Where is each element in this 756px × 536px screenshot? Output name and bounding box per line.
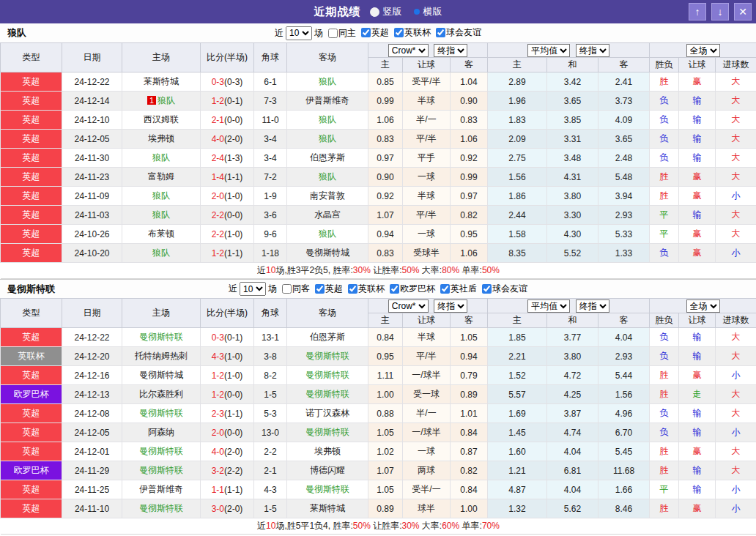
average-select[interactable]: 平均值 xyxy=(527,299,570,313)
avg-draw: 3.80 xyxy=(547,187,598,206)
final-index-select-2[interactable]: 终指 xyxy=(576,44,609,57)
match-count-select[interactable]: 10 xyxy=(240,282,266,296)
home-team: 阿森纳 xyxy=(122,423,201,442)
move-up-button[interactable]: ↑ xyxy=(689,3,706,21)
match-date: 24-11-09 xyxy=(62,187,122,206)
league-filter-checkbox[interactable] xyxy=(394,28,404,37)
corner-score: 2-2 xyxy=(254,442,287,461)
match-score: 2-2(1-0) xyxy=(201,225,254,244)
league-filter-checkbox[interactable] xyxy=(440,284,450,294)
final-index-select[interactable]: 终指 xyxy=(434,44,467,57)
summary-segment: 单率: xyxy=(459,265,482,275)
final-index-select[interactable]: 终指 xyxy=(434,299,467,313)
move-down-button[interactable]: ↓ xyxy=(711,3,729,21)
league-filter-checkbox[interactable] xyxy=(361,28,371,37)
league-filter-英社盾[interactable]: 英社盾 xyxy=(435,283,477,295)
result-goals: 小 xyxy=(716,480,756,499)
avg-away: 5.48 xyxy=(598,168,650,187)
handicap-odds-group: Crow* 终指 xyxy=(368,43,488,58)
avg-away: 1.33 xyxy=(598,244,650,263)
home-team: 曼彻斯特城 xyxy=(122,366,201,385)
final-index-select-2[interactable]: 终指 xyxy=(576,299,609,313)
away-team-name: 狼队 xyxy=(319,114,336,124)
average-select[interactable]: 平均值 xyxy=(527,44,570,57)
result-handicap: 赢 xyxy=(679,366,716,385)
avg-home: 1.83 xyxy=(488,111,547,130)
home-team-name: 狼队 xyxy=(152,152,170,163)
match-row: 欧罗巴杯24-11-29曼彻斯特联3-2(2-2)2-1博德闪耀1.07两球0.… xyxy=(1,461,756,480)
result-winloss: 负 xyxy=(650,130,679,149)
same-venue-toggle[interactable]: 同客 xyxy=(277,283,310,295)
fulltime-score: 4-0 xyxy=(212,134,224,144)
league-type-badge: 英超 xyxy=(1,423,62,442)
col-res-handicap: 让球 xyxy=(679,313,716,328)
away-team: 狼队 xyxy=(287,72,368,92)
away-team-name: 曼彻斯特联 xyxy=(305,389,349,399)
col-score: 比分(半场) xyxy=(201,43,254,72)
bookmaker-select[interactable]: Crow* xyxy=(388,44,429,57)
league-type-badge: 英超 xyxy=(1,72,62,92)
league-filter-英超[interactable]: 英超 xyxy=(356,26,389,39)
section-bar-manutd: 曼彻斯特联 近 10 场 同客 英超英联杯欧罗巴杯英社盾球会友谊 xyxy=(0,279,756,298)
avg-away: 3.65 xyxy=(598,130,650,149)
result-group: 全场 xyxy=(650,299,756,313)
corner-score: 3-4 xyxy=(254,130,287,149)
fulltime-score: 2-2 xyxy=(212,210,224,220)
fulltime-select[interactable]: 全场 xyxy=(686,44,720,57)
same-venue-checkbox[interactable] xyxy=(282,284,292,294)
halftime-score: (1-1) xyxy=(224,409,242,419)
avg-away: 4.09 xyxy=(598,111,650,130)
away-team: 狼队 xyxy=(287,111,368,130)
league-filter-球会友谊[interactable]: 球会友谊 xyxy=(431,26,481,39)
summary-segment: 50% xyxy=(401,265,419,275)
col-res-goals: 进球数 xyxy=(716,58,756,72)
avg-home: 1.96 xyxy=(488,92,547,111)
avg-draw: 3.42 xyxy=(547,72,598,92)
radio-horizontal-layout[interactable]: 横版 xyxy=(414,5,442,18)
league-filter-checkbox[interactable] xyxy=(315,284,325,294)
league-filter-checkbox[interactable] xyxy=(482,284,492,294)
match-count-select[interactable]: 10 xyxy=(286,26,312,40)
away-team: 诺丁汉森林 xyxy=(287,404,368,423)
same-venue-toggle[interactable]: 同主 xyxy=(323,27,356,40)
league-filter-英联杯[interactable]: 英联杯 xyxy=(389,26,431,39)
league-filter-欧罗巴杯[interactable]: 欧罗巴杯 xyxy=(385,283,435,295)
fulltime-score: 2-4 xyxy=(212,153,224,163)
fulltime-select[interactable]: 全场 xyxy=(686,299,720,313)
avg-away: 4.96 xyxy=(598,404,650,423)
league-filter-球会友谊[interactable]: 球会友谊 xyxy=(477,283,527,295)
same-venue-checkbox[interactable] xyxy=(328,29,338,38)
odds-handicap: 平/半 xyxy=(403,130,451,149)
near-label: 近 xyxy=(229,283,237,295)
away-team-name: 博德闪耀 xyxy=(310,465,345,475)
result-handicap: 输 xyxy=(679,328,716,347)
radio-vertical-layout[interactable]: 竖版 xyxy=(370,5,402,18)
match-date: 24-11-30 xyxy=(62,149,122,168)
bookmaker-select[interactable]: Crow* xyxy=(388,299,429,313)
league-filter-英超[interactable]: 英超 xyxy=(310,283,343,295)
avg-home: 1.56 xyxy=(488,168,547,187)
odds-away: 0.79 xyxy=(451,366,488,385)
window-buttons: ↑ ↓ ✕ xyxy=(689,3,752,21)
league-filter-英联杯[interactable]: 英联杯 xyxy=(343,283,385,295)
match-score: 2-4(1-3) xyxy=(201,149,254,168)
home-team-name: 狼队 xyxy=(152,209,170,220)
league-type-badge: 英超 xyxy=(1,366,62,385)
league-type-badge: 英超 xyxy=(1,225,62,244)
summary-segment: 10 xyxy=(266,265,275,275)
result-handicap: 赢 xyxy=(679,187,716,206)
summary-segment: 50% xyxy=(353,521,371,531)
result-handicap: 输 xyxy=(679,480,716,499)
league-filter-checkbox[interactable] xyxy=(390,284,399,294)
avg-home: 1.85 xyxy=(488,328,547,347)
close-button[interactable]: ✕ xyxy=(734,3,752,21)
match-score: 1-1(1-1) xyxy=(201,480,254,499)
summary-segment: 30% xyxy=(353,265,371,275)
league-filter-checkbox[interactable] xyxy=(436,28,445,37)
matches-body: 英超24-12-22曼彻斯特联0-3(0-1)13-1伯恩茅斯0.84半球1.0… xyxy=(1,328,756,518)
match-row: 英超24-12-05埃弗顿4-0(2-0)3-4狼队0.83平/半1.062.0… xyxy=(1,130,756,149)
match-date: 24-11-23 xyxy=(62,168,122,187)
league-filter-checkbox[interactable] xyxy=(348,284,357,294)
radio-selected-icon xyxy=(414,9,420,15)
avg-away: 2.48 xyxy=(598,149,650,168)
